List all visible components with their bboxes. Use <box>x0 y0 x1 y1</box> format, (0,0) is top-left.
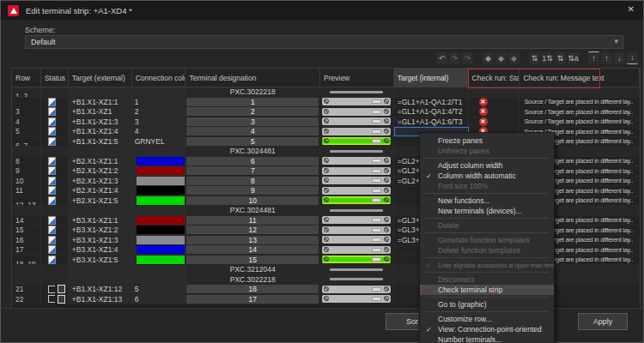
connection-color-cell[interactable] <box>132 256 186 265</box>
accessory-icon-3[interactable]: ◆ <box>508 52 519 64</box>
undo-icon[interactable]: ↶ <box>436 52 447 64</box>
number-sequence-icon[interactable]: ⇅ <box>555 52 566 64</box>
terminal-designation-cell[interactable]: 6 <box>185 157 320 166</box>
status-cell[interactable] <box>41 275 69 285</box>
status-cell[interactable] <box>41 137 69 147</box>
target-external-cell[interactable]: +B3.X1-XZ1:4 <box>69 245 132 255</box>
preview-cell[interactable] <box>320 206 394 215</box>
row-number-cell[interactable]: 11 <box>12 186 41 196</box>
move-first-icon[interactable]: ↑ <box>588 51 599 64</box>
row-number-cell[interactable]: 10 <box>12 177 41 186</box>
row-number-cell[interactable]: 9 <box>12 166 41 176</box>
target-external-cell[interactable] <box>69 147 132 156</box>
status-cell[interactable] <box>41 245 69 255</box>
preview-cell[interactable] <box>320 107 394 117</box>
connection-color-cell[interactable]: 5 <box>132 285 186 294</box>
column-header-target-external[interactable]: Target (external) <box>69 69 132 87</box>
status-cell[interactable] <box>41 157 69 166</box>
target-external-cell[interactable]: +B1.X1-XZ1 <box>69 107 132 117</box>
status-cell[interactable] <box>41 196 69 206</box>
connection-color-cell[interactable] <box>132 265 186 274</box>
target-external-cell[interactable]: +B3.X1-XZ1:1 <box>69 216 132 226</box>
target-external-cell[interactable]: +B1.X1-XZ1:13 <box>69 295 132 304</box>
preview-cell[interactable] <box>320 256 394 265</box>
terminal-designation-cell[interactable]: 15 <box>185 256 320 265</box>
target-external-cell[interactable]: +B2.X1-XZ1:2 <box>69 166 132 176</box>
column-header-target-internal[interactable]: Target (internal) <box>394 69 469 87</box>
terminal-designation-cell[interactable]: PXC.3024481 <box>185 147 320 156</box>
preview-cell[interactable] <box>320 87 394 97</box>
target-external-cell[interactable]: +B2.X1-XZ1:3 <box>69 177 132 186</box>
preview-cell[interactable] <box>320 245 394 255</box>
connection-color-cell[interactable]: 2 <box>132 107 186 117</box>
row-number-cell[interactable]: 15 <box>12 226 41 235</box>
menu-item-freeze-panes[interactable]: Freeze panes <box>420 135 554 146</box>
connection-color-cell[interactable] <box>132 147 186 156</box>
status-cell[interactable] <box>41 216 69 226</box>
menu-item-adjust-column-width[interactable]: Adjust column width <box>420 160 554 171</box>
menu-item-check-terminal-strip[interactable]: Check terminal strip <box>420 285 554 295</box>
apply-button[interactable]: Apply <box>578 313 628 330</box>
status-cell[interactable] <box>41 226 69 235</box>
connection-color-cell[interactable] <box>132 157 186 166</box>
preview-cell[interactable] <box>320 295 394 304</box>
row-number-cell[interactable]: 18, 19, ... <box>12 256 41 265</box>
menu-item-new-functions[interactable]: New functions... <box>420 196 554 206</box>
row-number-cell[interactable]: 3 <box>12 107 41 117</box>
column-header-row[interactable]: Row <box>12 69 41 87</box>
connection-color-cell[interactable] <box>132 186 186 196</box>
target-internal-cell[interactable]: =GL1+A1-QA1:6/T3 <box>394 117 469 127</box>
menu-item-new-terminals-devices[interactable]: New terminals (devices)... <box>420 206 554 216</box>
column-header-connection-colo[interactable]: Connection colo... <box>132 69 186 87</box>
preview-cell[interactable] <box>320 285 394 294</box>
status-cell[interactable] <box>41 147 69 156</box>
row-number-cell[interactable] <box>12 147 41 156</box>
target-external-cell[interactable]: +B2.X1-XZ1:5 <box>69 196 132 206</box>
status-cell[interactable] <box>41 107 69 117</box>
check-status-cell[interactable] <box>469 87 520 97</box>
row-number-cell[interactable]: 5 <box>12 127 41 136</box>
status-cell[interactable] <box>41 98 69 107</box>
connection-color-cell[interactable]: 3 <box>132 117 186 127</box>
preview-cell[interactable] <box>320 186 394 196</box>
check-message-cell[interactable]: Source / Target are placed in different … <box>519 117 640 127</box>
terminal-designation-cell[interactable]: 16 <box>185 285 320 294</box>
move-last-icon[interactable]: ↓ <box>627 51 638 64</box>
target-external-cell[interactable]: +B2.X1-XZ1:4 <box>69 186 132 196</box>
target-external-cell[interactable]: +B1.X1-XZ1:3 <box>69 117 132 127</box>
connection-color-cell[interactable]: GRNYEL <box>132 137 186 147</box>
preview-cell[interactable] <box>320 117 394 127</box>
terminal-designation-cell[interactable]: 12 <box>185 226 320 235</box>
connection-color-cell[interactable] <box>132 216 186 226</box>
preview-cell[interactable] <box>320 157 394 166</box>
target-external-cell[interactable]: +B3.X1-XZ1:2 <box>69 226 132 235</box>
discard-changes-icon[interactable]: ↷ <box>462 52 473 64</box>
check-status-cell[interactable]: ✕ <box>469 117 520 127</box>
terminal-designation-cell[interactable]: 11 <box>185 216 320 226</box>
accessory-icon-2[interactable]: ◆ <box>495 52 507 64</box>
part-row[interactable]: 1, 2PXC.3022218 <box>12 87 640 98</box>
check-status-cell[interactable]: ✕ <box>469 98 520 107</box>
row-number-cell[interactable]: 21 <box>12 285 41 294</box>
status-cell[interactable] <box>41 295 69 304</box>
status-cell[interactable] <box>41 256 69 265</box>
terminal-row[interactable]: +B1.X1-XZ1:111=GL1+A1-QA1:2/T1✕Source / … <box>12 98 640 108</box>
status-cell[interactable] <box>41 206 69 215</box>
row-number-cell[interactable] <box>12 275 41 285</box>
preview-cell[interactable] <box>320 127 394 136</box>
terminal-designation-cell[interactable]: PXC.3022218 <box>185 275 320 285</box>
row-number-cell[interactable]: 4 <box>12 117 41 127</box>
sort-icon[interactable]: ⇅a <box>568 52 579 64</box>
preview-cell[interactable] <box>320 147 394 156</box>
target-external-cell[interactable]: +B1.X1-XZ1:5 <box>69 137 132 147</box>
terminal-designation-cell[interactable]: PXC.3024481 <box>185 206 320 215</box>
connection-color-cell[interactable] <box>132 206 186 215</box>
terminal-designation-cell[interactable]: 5 <box>185 137 320 147</box>
scheme-dropdown[interactable]: Default ▾ <box>25 35 623 49</box>
status-cell[interactable] <box>41 117 69 127</box>
row-number-cell[interactable]: 17 <box>12 245 41 255</box>
accessory-icon-1[interactable]: ◆ <box>483 52 494 64</box>
terminal-designation-cell[interactable]: 2 <box>185 107 320 117</box>
target-external-cell[interactable]: +B1.X1-XZ1:12 <box>69 285 132 294</box>
target-internal-cell[interactable]: =GL1+A1-QA1:4/T2 <box>394 107 469 117</box>
